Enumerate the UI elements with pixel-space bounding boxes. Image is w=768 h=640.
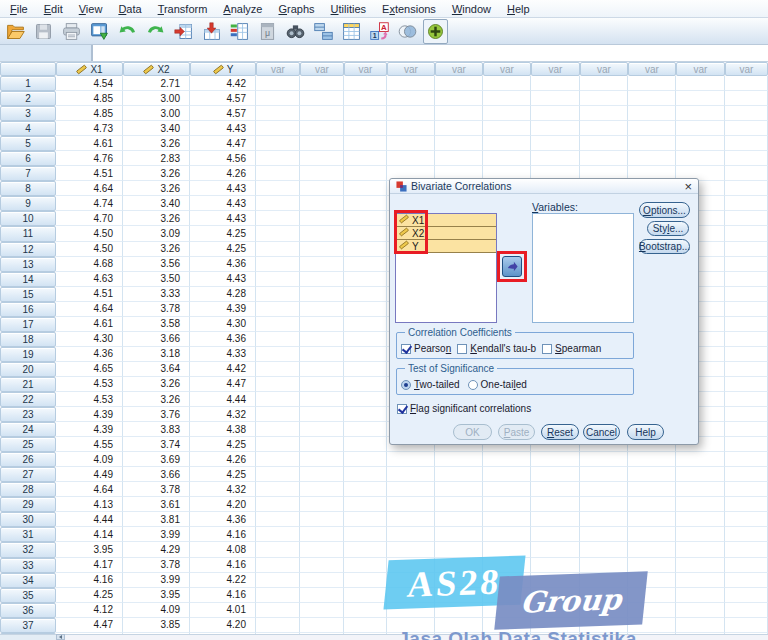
empty-cell[interactable]	[300, 573, 344, 588]
empty-cell[interactable]	[676, 482, 725, 497]
goto-variable-icon[interactable]	[199, 19, 224, 44]
empty-cell[interactable]	[676, 618, 725, 633]
empty-cell[interactable]	[387, 136, 435, 151]
empty-cell[interactable]	[256, 287, 300, 302]
empty-cell[interactable]	[344, 377, 387, 392]
value-labels-icon[interactable]: 1A	[367, 19, 392, 44]
empty-cell[interactable]	[725, 422, 768, 437]
empty-cell[interactable]	[580, 91, 628, 106]
row-header-26[interactable]: 26	[0, 452, 56, 467]
data-cell[interactable]: 4.25	[190, 242, 256, 257]
empty-cell[interactable]	[256, 166, 300, 181]
column-header-var[interactable]: var	[300, 62, 344, 76]
empty-cell[interactable]	[628, 106, 676, 121]
empty-cell[interactable]	[725, 407, 768, 422]
empty-cell[interactable]	[344, 302, 387, 317]
row-header-15[interactable]: 15	[0, 287, 56, 302]
column-header-var[interactable]: var	[725, 62, 768, 76]
empty-cell[interactable]	[725, 332, 768, 347]
empty-cell[interactable]	[676, 151, 725, 166]
data-cell[interactable]: 4.49	[56, 467, 123, 482]
descriptives-icon[interactable]: μ	[255, 19, 280, 44]
empty-cell[interactable]	[725, 497, 768, 512]
empty-cell[interactable]	[387, 603, 435, 618]
empty-cell[interactable]	[580, 482, 628, 497]
data-cell[interactable]: 4.16	[56, 573, 123, 588]
empty-cell[interactable]	[344, 332, 387, 347]
empty-cell[interactable]	[531, 151, 580, 166]
row-header-11[interactable]: 11	[0, 226, 56, 241]
empty-cell[interactable]	[725, 226, 768, 241]
empty-cell[interactable]	[300, 257, 344, 272]
data-cell[interactable]: 3.00	[123, 91, 190, 106]
empty-cell[interactable]	[256, 317, 300, 332]
row-header-24[interactable]: 24	[0, 422, 56, 437]
empty-cell[interactable]	[531, 618, 580, 633]
data-cell[interactable]: 4.26	[190, 452, 256, 467]
data-cell[interactable]: 4.36	[190, 332, 256, 347]
empty-cell[interactable]	[387, 76, 435, 91]
empty-cell[interactable]	[580, 467, 628, 482]
data-cell[interactable]: 3.74	[123, 437, 190, 452]
empty-cell[interactable]	[580, 121, 628, 136]
empty-cell[interactable]	[256, 392, 300, 407]
menu-help[interactable]: Help	[499, 2, 538, 16]
row-header-9[interactable]: 9	[0, 196, 56, 211]
empty-cell[interactable]	[725, 76, 768, 91]
empty-cell[interactable]	[483, 91, 531, 106]
empty-cell[interactable]	[483, 603, 531, 618]
data-cell[interactable]: 3.00	[123, 106, 190, 121]
empty-cell[interactable]	[344, 287, 387, 302]
empty-cell[interactable]	[483, 151, 531, 166]
empty-cell[interactable]	[256, 482, 300, 497]
data-cell[interactable]: 4.64	[56, 181, 123, 196]
data-cell[interactable]: 4.51	[56, 166, 123, 181]
data-cell[interactable]: 3.85	[123, 618, 190, 633]
empty-cell[interactable]	[387, 467, 435, 482]
empty-cell[interactable]	[725, 257, 768, 272]
empty-cell[interactable]	[256, 437, 300, 452]
empty-cell[interactable]	[725, 347, 768, 362]
empty-cell[interactable]	[344, 603, 387, 618]
empty-cell[interactable]	[676, 452, 725, 467]
data-cell[interactable]: 4.25	[190, 467, 256, 482]
empty-cell[interactable]	[387, 497, 435, 512]
empty-cell[interactable]	[344, 242, 387, 257]
bootstrap-button[interactable]: Bootstrap...	[639, 239, 690, 254]
menu-data[interactable]: Data	[110, 2, 149, 16]
empty-cell[interactable]	[725, 527, 768, 542]
empty-cell[interactable]	[628, 512, 676, 527]
empty-cell[interactable]	[256, 181, 300, 196]
empty-cell[interactable]	[628, 467, 676, 482]
empty-cell[interactable]	[580, 618, 628, 633]
data-cell[interactable]: 4.64	[56, 482, 123, 497]
empty-cell[interactable]	[256, 573, 300, 588]
data-cell[interactable]: 4.42	[190, 76, 256, 91]
column-header-var[interactable]: var	[628, 62, 676, 76]
empty-cell[interactable]	[531, 121, 580, 136]
empty-cell[interactable]	[387, 482, 435, 497]
empty-cell[interactable]	[435, 482, 483, 497]
data-cell[interactable]: 3.69	[123, 452, 190, 467]
data-cell[interactable]: 4.47	[190, 136, 256, 151]
row-header-17[interactable]: 17	[0, 317, 56, 332]
empty-cell[interactable]	[725, 272, 768, 287]
data-cell[interactable]: 3.78	[123, 482, 190, 497]
data-cell[interactable]: 4.16	[190, 588, 256, 603]
empty-cell[interactable]	[725, 392, 768, 407]
empty-cell[interactable]	[344, 407, 387, 422]
data-cell[interactable]: 3.33	[123, 287, 190, 302]
dialog-title-bar[interactable]: Bivariate Correlations ×	[390, 179, 698, 194]
empty-cell[interactable]	[580, 512, 628, 527]
empty-cell[interactable]	[483, 618, 531, 633]
empty-cell[interactable]	[580, 558, 628, 573]
empty-cell[interactable]	[676, 603, 725, 618]
empty-cell[interactable]	[676, 573, 725, 588]
data-cell[interactable]: 4.01	[190, 603, 256, 618]
data-cell[interactable]: 3.40	[123, 121, 190, 136]
empty-cell[interactable]	[300, 272, 344, 287]
empty-cell[interactable]	[483, 136, 531, 151]
empty-cell[interactable]	[300, 362, 344, 377]
row-header-7[interactable]: 7	[0, 166, 56, 181]
style-button[interactable]: Style...	[647, 221, 689, 236]
